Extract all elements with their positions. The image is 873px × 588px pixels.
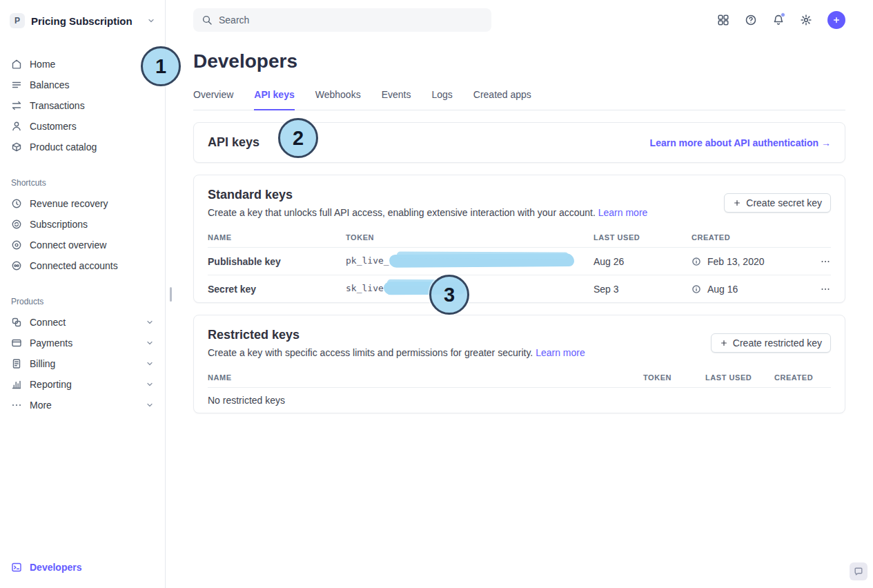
search-input[interactable]: [219, 14, 483, 26]
column-header-token: TOKEN: [346, 228, 594, 248]
annotation-marker-1: 1: [141, 46, 181, 86]
token-redaction: [389, 253, 574, 268]
info-icon[interactable]: [691, 284, 701, 294]
shortcuts-section-label: Shortcuts: [0, 178, 165, 188]
sidebar-item-connect[interactable]: Connect: [0, 312, 165, 333]
sidebar-item-label: Billing: [30, 358, 55, 369]
sidebar-item-subscriptions[interactable]: Subscriptions: [0, 214, 165, 235]
created-value: Aug 16: [707, 284, 738, 295]
restricted-keys-table: NAME TOKEN LAST USED CREATED No restrict…: [208, 368, 831, 413]
tab-overview[interactable]: Overview: [193, 86, 233, 110]
customers-icon: [11, 121, 22, 132]
apps-grid-icon[interactable]: [717, 14, 729, 26]
column-header-name: NAME: [208, 228, 346, 248]
column-header-last-used: LAST USED: [594, 228, 691, 248]
create-restricted-key-button[interactable]: Create restricted key: [711, 333, 831, 353]
sidebar-item-label: Connect: [30, 317, 66, 328]
annotation-marker-2: 2: [278, 118, 318, 158]
sidebar-item-label: Connect overview: [30, 239, 106, 251]
topbar: [166, 0, 873, 40]
sidebar-item-customers[interactable]: Customers: [0, 116, 165, 137]
tab-api-keys[interactable]: API keys: [254, 86, 294, 110]
sidebar-item-connected-accounts[interactable]: Connected accounts: [0, 255, 165, 276]
connect-overview-icon: [11, 239, 22, 251]
standard-keys-description: Create a key that unlocks full API acces…: [208, 207, 724, 218]
connected-accounts-icon: [11, 260, 22, 271]
sidebar-shortcuts-nav: Revenue recovery Subscriptions Connect o…: [0, 193, 165, 276]
account-logo: P: [10, 13, 25, 28]
standard-keys-learn-more-link[interactable]: Learn more: [598, 207, 648, 218]
token-prefix[interactable]: pk_live_: [346, 255, 389, 266]
key-name: Publishable key: [208, 248, 346, 275]
sidebar-item-more[interactable]: More: [0, 395, 165, 415]
sidebar: P Pricing Subscription Home Balances Tra…: [0, 0, 166, 588]
standard-keys-header: Standard keys Create a key that unlocks …: [208, 188, 831, 218]
standard-keys-table: NAME TOKEN LAST USED CREATED Publishable…: [208, 228, 831, 302]
payments-icon: [11, 337, 22, 349]
info-icon[interactable]: [691, 257, 701, 266]
api-auth-learn-more-link[interactable]: Learn more about API authentication →: [650, 137, 831, 148]
column-header-created: CREATED: [691, 228, 810, 248]
token-prefix[interactable]: sk_live: [346, 283, 384, 293]
chevron-down-icon: [146, 360, 154, 368]
restricted-keys-title: Restricted keys: [208, 328, 711, 342]
sidebar-main-nav: Home Balances Transactions Customers Pro…: [0, 54, 165, 157]
sidebar-item-revenue-recovery[interactable]: Revenue recovery: [0, 193, 165, 214]
row-overflow-menu-icon[interactable]: [810, 284, 831, 295]
standard-keys-title: Standard keys: [208, 188, 724, 202]
sidebar-item-label: Developers: [30, 562, 81, 573]
restricted-keys-description-text: Create a key with specific access limits…: [208, 347, 533, 358]
sidebar-item-label: Payments: [30, 337, 72, 349]
tab-created-apps[interactable]: Created apps: [473, 86, 531, 110]
sidebar-item-product-catalog[interactable]: Product catalog: [0, 137, 165, 157]
notifications-bell-icon[interactable]: [772, 14, 785, 26]
product-catalog-icon: [11, 141, 22, 153]
tabs: Overview API keys Webhooks Events Logs C…: [193, 86, 845, 110]
account-name: Pricing Subscription: [31, 15, 141, 27]
sidebar-item-label: Reporting: [30, 379, 72, 390]
row-overflow-menu-icon[interactable]: [810, 256, 831, 267]
restricted-keys-header: Restricted keys Create a key with specif…: [208, 328, 831, 358]
sidebar-item-payments[interactable]: Payments: [0, 333, 165, 353]
tab-events[interactable]: Events: [382, 86, 411, 110]
more-icon: [11, 400, 22, 411]
account-switcher[interactable]: P Pricing Subscription: [0, 10, 165, 32]
sidebar-item-developers[interactable]: Developers: [0, 557, 165, 578]
topbar-actions: [717, 11, 845, 29]
standard-keys-card: Standard keys Create a key that unlocks …: [193, 175, 845, 303]
connect-icon: [11, 317, 22, 328]
table-row-publishable-key: Publishable key pk_live_ Aug 26 Feb 13, …: [208, 248, 831, 275]
chevron-down-icon: [146, 339, 154, 347]
notification-dot: [781, 12, 785, 17]
sidebar-item-label: More: [30, 400, 52, 411]
sidebar-item-label: Home: [30, 59, 55, 70]
create-plus-button[interactable]: [827, 11, 845, 29]
help-icon[interactable]: [745, 14, 757, 26]
subscriptions-icon: [11, 219, 22, 230]
content: Developers Overview API keys Webhooks Ev…: [166, 50, 873, 413]
sidebar-item-balances[interactable]: Balances: [0, 75, 165, 95]
balances-icon: [11, 79, 22, 90]
chat-launcher-button[interactable]: [850, 562, 867, 580]
tab-logs[interactable]: Logs: [431, 86, 452, 110]
sidebar-item-transactions[interactable]: Transactions: [0, 95, 165, 116]
column-header-name: NAME: [208, 368, 643, 388]
settings-gear-icon[interactable]: [800, 14, 812, 26]
search-box[interactable]: [193, 8, 491, 32]
table-row-secret-key: Secret key sk_live Sep 3 Aug 16: [208, 275, 831, 303]
plus-icon: [733, 199, 741, 207]
standard-keys-description-text: Create a key that unlocks full API acces…: [208, 207, 596, 218]
restricted-keys-learn-more-link[interactable]: Learn more: [536, 347, 585, 358]
create-secret-key-button[interactable]: Create secret key: [724, 193, 831, 213]
tab-webhooks[interactable]: Webhooks: [315, 86, 361, 110]
chat-bubble-icon: [854, 567, 863, 576]
search-icon: [202, 14, 213, 26]
sidebar-item-reporting[interactable]: Reporting: [0, 374, 165, 395]
sidebar-item-connect-overview[interactable]: Connect overview: [0, 235, 165, 255]
chevron-down-icon: [146, 401, 154, 409]
chevron-down-icon: [146, 318, 154, 326]
sidebar-item-billing[interactable]: Billing: [0, 353, 165, 374]
sidebar-item-label: Transactions: [30, 100, 85, 111]
plus-icon: [720, 339, 728, 347]
billing-icon: [11, 358, 22, 369]
